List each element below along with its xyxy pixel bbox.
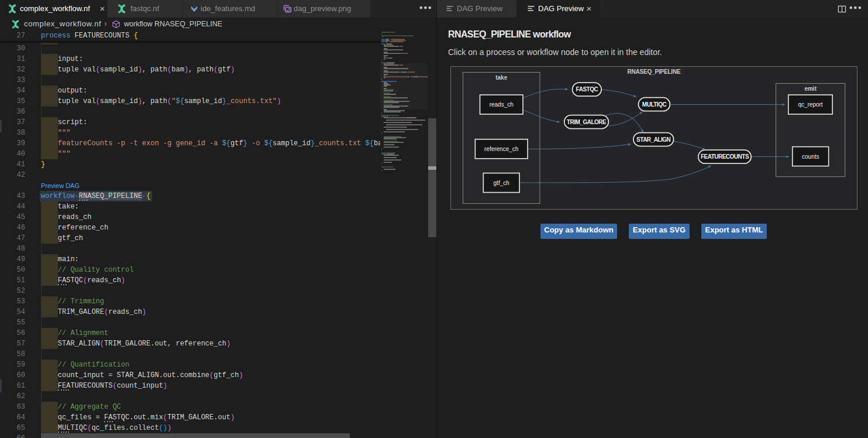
svg-text:FASTQC: FASTQC — [576, 86, 598, 93]
svg-text:RNASEQ_PIPELINE: RNASEQ_PIPELINE — [628, 69, 681, 75]
svg-text:FEATURECOUNTS: FEATURECOUNTS — [701, 153, 749, 160]
svg-text:take: take — [495, 74, 507, 81]
svg-text:reads_ch: reads_ch — [490, 101, 514, 108]
svg-text:counts: counts — [802, 153, 819, 160]
svg-text:TRIM_GALORE: TRIM_GALORE — [567, 119, 607, 125]
svg-text:STAR_ALIGN: STAR_ALIGN — [636, 136, 670, 143]
svg-text:MULTIQC: MULTIQC — [642, 101, 667, 108]
svg-text:qc_report: qc_report — [798, 101, 822, 108]
svg-text:emit: emit — [804, 85, 817, 92]
svg-text:gtf_ch: gtf_ch — [494, 180, 509, 186]
svg-text:reference_ch: reference_ch — [484, 146, 518, 152]
